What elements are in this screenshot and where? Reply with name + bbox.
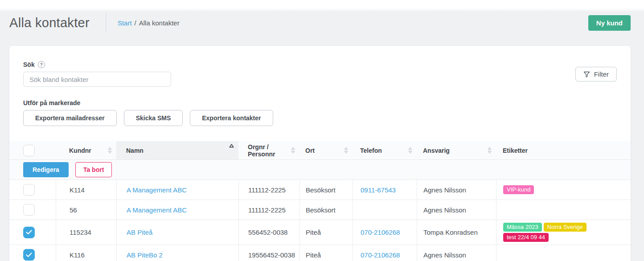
cell-etiketter: VIP-kund xyxy=(496,180,631,200)
column-header-ort[interactable]: Ort xyxy=(299,141,353,159)
cell-etiketter xyxy=(496,245,631,261)
sort-icon xyxy=(344,147,348,154)
sort-icon xyxy=(488,147,492,154)
breadcrumb-home-link[interactable]: Start xyxy=(118,19,132,27)
table-header-row: KundnrNamnOrgnr / PersonnrOrtTelefonAnsv… xyxy=(9,141,631,160)
search-label: Sök xyxy=(23,61,35,68)
bulk-actions-label: Utför på markerade xyxy=(23,99,617,106)
cell-telefon: 070-2106268 xyxy=(353,245,417,261)
bulk-action-button-0[interactable]: Exportera mailadresser xyxy=(23,110,117,126)
cell-orgnr: 111112-2225 xyxy=(238,200,299,220)
delete-button[interactable]: Ta bort xyxy=(75,162,112,177)
cell-kundnr: 115234 xyxy=(56,220,116,245)
cell-ansvarig: Agnes Nilsson xyxy=(417,180,496,200)
tag-badge: Norra Sverige xyxy=(544,223,587,232)
filter-button-label: Filter xyxy=(594,70,609,78)
cell-namn: AB Piteå xyxy=(116,220,238,245)
cell-namn: AB PiteBo 2 xyxy=(116,245,238,261)
table-row: 115234AB Piteå556452-0038Piteå070-210626… xyxy=(9,220,631,245)
column-header-label: Ort xyxy=(305,147,315,154)
table-body: K114A Management ABC111112-2225Besöksort… xyxy=(9,180,631,261)
contact-name-link[interactable]: AB PiteBo 2 xyxy=(127,251,163,259)
column-header-label: Kundnr xyxy=(69,147,91,154)
edit-button[interactable]: Redigera xyxy=(23,162,69,177)
column-header-label: Etiketter xyxy=(503,147,528,154)
row-checkbox[interactable] xyxy=(23,204,35,216)
cell-namn: A Management ABC xyxy=(116,200,238,220)
tag-badge: Mässa 2023 xyxy=(503,223,542,232)
cell-kundnr: K114 xyxy=(56,180,116,200)
help-icon[interactable]: ? xyxy=(38,61,45,68)
cell-kundnr: K116 xyxy=(56,245,116,261)
cell-namn: A Management ABC xyxy=(116,180,238,200)
column-header-label: Ansvarig xyxy=(423,147,450,154)
tag-list: VIP-kund xyxy=(503,183,534,197)
column-header-kundnr[interactable]: Kundnr xyxy=(56,141,116,159)
sort-icon xyxy=(291,147,295,154)
new-customer-button[interactable]: Ny kund xyxy=(588,15,631,31)
cell-select xyxy=(9,220,56,245)
cell-orgnr: 19556452-0038 xyxy=(238,245,299,261)
row-checkbox[interactable] xyxy=(23,249,35,261)
column-header-ansvarig[interactable]: Ansvarig xyxy=(417,141,496,159)
cell-ort: Piteå xyxy=(299,245,353,261)
phone-link[interactable]: 070-2106268 xyxy=(361,251,400,259)
cell-orgnr: 111112-2225 xyxy=(238,180,299,200)
column-header-label: Orgnr / Personnr xyxy=(248,143,291,158)
search-input[interactable] xyxy=(23,72,171,87)
column-header-orgnr[interactable]: Orgnr / Personnr xyxy=(238,141,299,159)
sort-icon xyxy=(108,147,112,154)
cell-ort: Besöksort xyxy=(299,200,353,220)
cell-select xyxy=(9,180,56,200)
cell-telefon xyxy=(353,200,417,220)
filter-button[interactable]: Filter xyxy=(575,67,617,82)
phone-link[interactable]: 070-2106268 xyxy=(361,228,400,236)
page-title: Alla kontakter xyxy=(9,16,90,30)
contact-name-link[interactable]: A Management ABC xyxy=(127,206,187,214)
column-header-telefon[interactable]: Telefon xyxy=(353,141,417,159)
cell-ort: Besöksort xyxy=(299,180,353,200)
tag-badge: test 22/4 09 44 xyxy=(503,233,549,242)
sorted-asc-icon xyxy=(229,144,234,148)
cell-telefon: 0911-67543 xyxy=(353,180,417,200)
bulk-action-button-2[interactable]: Exportera kontakter xyxy=(190,110,273,126)
cell-ansvarig: Agnes Nilsson xyxy=(417,200,496,220)
column-header-label: Namn xyxy=(126,147,144,154)
breadcrumb-separator: / xyxy=(135,19,136,27)
cell-telefon: 070-2106268 xyxy=(353,220,417,245)
cell-etiketter xyxy=(496,200,631,220)
table-row: 56A Management ABC111112-2225BesöksortAg… xyxy=(9,200,631,220)
selection-action-row: Redigera Ta bort xyxy=(9,160,631,180)
table-row: K116AB PiteBo 219556452-0038Piteå070-210… xyxy=(9,245,631,261)
cell-kundnr: 56 xyxy=(56,200,116,220)
column-header-etiketter: Etiketter xyxy=(496,141,631,159)
phone-link[interactable]: 0911-67543 xyxy=(361,186,396,194)
cell-ansvarig: Agnes Nilsson xyxy=(417,245,496,261)
bulk-actions-buttons: Exportera mailadresserSkicka SMSExporter… xyxy=(23,110,617,126)
title-divider xyxy=(106,12,106,33)
top-strip xyxy=(0,0,644,12)
row-checkbox[interactable] xyxy=(23,227,35,238)
table-row: K114A Management ABC111112-2225Besöksort… xyxy=(9,180,631,200)
contacts-table: KundnrNamnOrgnr / PersonnrOrtTelefonAnsv… xyxy=(9,141,631,261)
cell-ansvarig: Tompa Konradsen xyxy=(417,220,496,245)
contact-name-link[interactable]: A Management ABC xyxy=(127,186,187,194)
cell-select xyxy=(9,200,56,220)
contact-name-link[interactable]: AB Piteå xyxy=(127,228,152,236)
cell-ort: Piteå xyxy=(299,220,353,245)
cell-select xyxy=(9,245,56,261)
filter-icon xyxy=(583,71,590,77)
column-header-namn[interactable]: Namn xyxy=(116,141,238,159)
row-checkbox[interactable] xyxy=(23,184,35,196)
page-header: Alla kontakter Start / Alla kontakter Ny… xyxy=(9,12,631,33)
cell-orgnr: 556452-0038 xyxy=(238,220,299,245)
cell-etiketter: Mässa 2023Norra Sverigetest 22/4 09 44 xyxy=(496,220,631,245)
column-header-label: Telefon xyxy=(360,147,382,154)
sort-icon xyxy=(408,147,412,154)
breadcrumb-current: Alla kontakter xyxy=(139,19,180,27)
bulk-action-button-1[interactable]: Skicka SMS xyxy=(124,110,183,126)
contacts-card: Sök ? Filter Utför på markerade Exporter… xyxy=(9,46,631,261)
tag-list: Mässa 2023Norra Sverigetest 22/4 09 44 xyxy=(503,220,627,245)
select-all-checkbox[interactable] xyxy=(23,145,35,156)
breadcrumb: Start / Alla kontakter xyxy=(118,19,180,27)
